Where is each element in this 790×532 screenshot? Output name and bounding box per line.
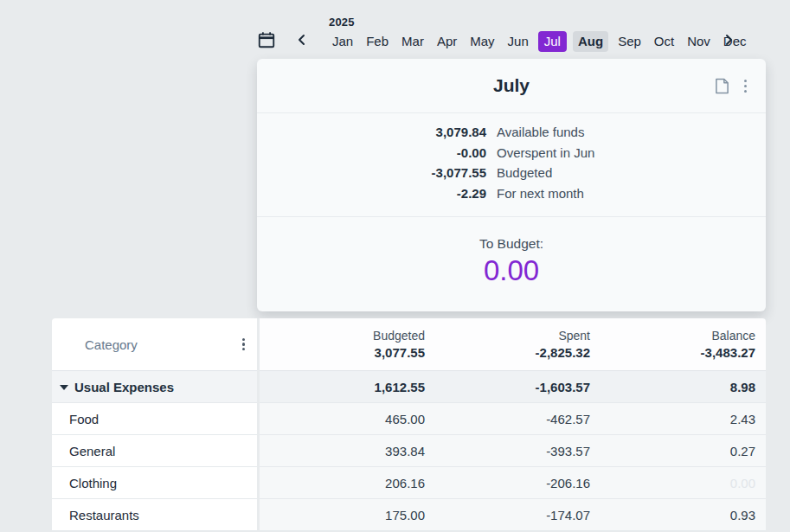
to-budget-section: To Budget: 0.00 — [257, 217, 766, 287]
funds-summary: 3,079.84 Available funds -0.00 Overspent… — [257, 113, 766, 217]
collapse-triangle-icon[interactable] — [60, 379, 68, 394]
available-funds-label: Available funds — [497, 125, 584, 139]
category-name[interactable]: Food — [69, 412, 99, 426]
to-budget-amount[interactable]: 0.00 — [484, 254, 539, 287]
month-jun[interactable]: Jun — [504, 31, 532, 52]
kebab-menu-icon[interactable] — [744, 80, 747, 93]
group-balance: 8.98 — [590, 380, 755, 394]
month-aug-current[interactable]: Aug — [573, 31, 608, 52]
available-funds-value: 3,079.84 — [257, 125, 486, 139]
month-jan[interactable]: Jan — [329, 31, 356, 52]
budgeted-column-header: Budgeted 3,077.55 — [260, 329, 425, 360]
month-jul-selected[interactable]: Jul — [538, 31, 567, 52]
months-block: 2025 Jan Feb Mar Apr May Jun Jul Aug Sep… — [329, 16, 750, 52]
month-feb[interactable]: Feb — [363, 31, 392, 52]
month-selector-bar: 2025 Jan Feb Mar Apr May Jun Jul Aug Sep… — [0, 0, 790, 59]
balance-column-header: Balance -3,483.27 — [590, 329, 755, 360]
spent-cell[interactable]: -206.16 — [425, 476, 590, 490]
month-apr[interactable]: Apr — [434, 31, 460, 52]
group-row-usual-expenses[interactable]: Usual Expenses 1,612.55 -1,603.57 8.98 — [52, 371, 766, 403]
budget-table: Category Budgeted 3,077.55 Spent -2,825.… — [52, 318, 766, 532]
group-name[interactable]: Usual Expenses — [74, 380, 174, 394]
category-row-general: General 393.84 -393.57 0.27 — [52, 435, 766, 467]
budget-app-screen: 2025 Jan Feb Mar Apr May Jun Jul Aug Sep… — [0, 0, 790, 532]
summary-row-budgeted: -3,077.55 Budgeted — [257, 165, 766, 186]
group-name-cell: Usual Expenses — [52, 371, 257, 403]
totals-header-cell: Budgeted 3,077.55 Spent -2,825.32 Balanc… — [260, 318, 766, 371]
month-oct[interactable]: Oct — [651, 31, 678, 52]
next-month-label: For next month — [497, 186, 584, 201]
group-budgeted: 1,612.55 — [260, 380, 425, 394]
summary-row-overspent: -0.00 Overspent in Jun — [257, 145, 766, 166]
next-month-value: -2.29 — [257, 186, 486, 201]
spent-cell[interactable]: -174.07 — [425, 508, 590, 522]
budgeted-cell[interactable]: 206.16 — [260, 476, 425, 490]
balance-cell[interactable]: 2.43 — [590, 412, 755, 426]
summary-row-available: 3,079.84 Available funds — [257, 125, 766, 145]
category-row-clothing: Clothing 206.16 -206.16 0.00 — [52, 467, 766, 499]
budgeted-cell[interactable]: 175.00 — [260, 508, 425, 522]
chevron-left-icon[interactable] — [294, 33, 310, 48]
category-row-food: Food 465.00 -462.57 2.43 — [52, 403, 766, 435]
year-label: 2025 — [329, 16, 750, 29]
category-header-cell: Category — [52, 318, 257, 371]
summary-row-next-month: -2.29 For next month — [257, 186, 766, 207]
overspent-value: -0.00 — [257, 145, 486, 160]
balance-cell[interactable]: 0.93 — [590, 508, 755, 522]
category-kebab-menu-icon[interactable] — [242, 338, 245, 351]
month-nov[interactable]: Nov — [684, 31, 714, 52]
month-summary-card: July 3,079.84 Available funds -0.00 — [257, 59, 766, 311]
spent-column-header: Spent -2,825.32 — [425, 329, 590, 360]
spent-cell[interactable]: -393.57 — [425, 444, 590, 458]
budgeted-cell[interactable]: 465.00 — [260, 412, 425, 426]
month-sep[interactable]: Sep — [614, 31, 645, 52]
month-title: July — [493, 75, 530, 96]
calendar-icon[interactable] — [256, 30, 277, 51]
card-header: July — [257, 59, 766, 113]
table-header-row: Category Budgeted 3,077.55 Spent -2,825.… — [52, 318, 766, 371]
budgeted-label: Budgeted — [497, 165, 552, 180]
category-name[interactable]: Clothing — [69, 476, 117, 490]
to-budget-label: To Budget: — [257, 236, 766, 252]
category-name[interactable]: Restaurants — [69, 508, 139, 522]
balance-cell[interactable]: 0.00 — [590, 476, 755, 490]
month-mar[interactable]: Mar — [398, 31, 427, 52]
budgeted-total: 3,077.55 — [260, 345, 425, 360]
spent-cell[interactable]: -462.57 — [425, 412, 590, 426]
budgeted-value: -3,077.55 — [257, 165, 486, 180]
card-actions — [715, 59, 747, 113]
months-row: Jan Feb Mar Apr May Jun Jul Aug Sep Oct … — [329, 31, 750, 52]
budgeted-cell[interactable]: 393.84 — [260, 444, 425, 458]
overspent-label: Overspent in Jun — [497, 145, 594, 160]
category-header-label: Category — [85, 337, 138, 352]
chevron-right-icon[interactable] — [721, 33, 736, 48]
note-icon[interactable] — [715, 78, 729, 94]
group-spent: -1,603.57 — [425, 380, 590, 394]
category-row-restaurants: Restaurants 175.00 -174.07 0.93 — [52, 499, 766, 531]
balance-cell[interactable]: 0.27 — [590, 444, 755, 458]
month-may[interactable]: May — [466, 31, 498, 52]
spent-total: -2,825.32 — [425, 345, 590, 360]
balance-total: -3,483.27 — [590, 345, 755, 360]
category-name[interactable]: General — [69, 444, 115, 458]
